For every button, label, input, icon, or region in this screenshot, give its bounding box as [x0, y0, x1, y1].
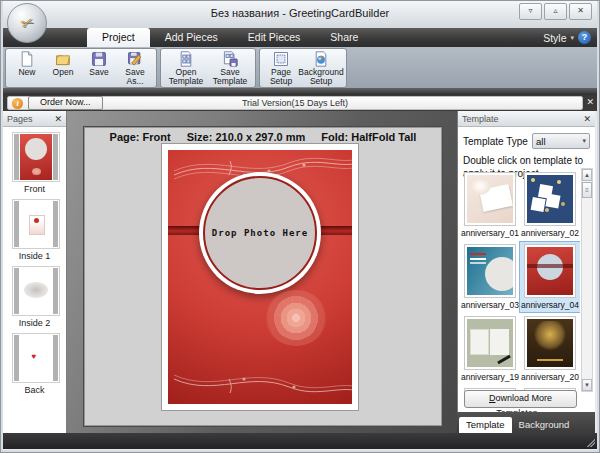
trial-bar: i Order Now... Trial Version(15 Days Lef… — [3, 95, 597, 111]
template-scrollbar[interactable]: ▲ ≡ ▼ — [581, 168, 593, 392]
tab-template[interactable]: Template — [459, 417, 512, 433]
template-thumbnail-art — [527, 319, 573, 367]
help-button[interactable]: ? — [578, 31, 591, 44]
template-grid: anniversary_01 anniversary_02 anniversar… — [460, 168, 580, 392]
scissors-icon: ✂ — [18, 12, 36, 33]
pages-panel-title: Pages — [7, 114, 33, 124]
save-template-icon — [221, 51, 239, 67]
template-thumbnail-art — [527, 247, 573, 295]
page-thumb-inside-2[interactable]: Inside 2 — [12, 266, 58, 328]
template-item-anniversary-04[interactable]: anniversary_04 — [520, 242, 580, 312]
template-panel: Template ✕ Template Type all ▾ Double cl… — [457, 111, 595, 412]
page-setup-icon — [272, 51, 290, 67]
download-more-templates-button[interactable]: Download More Templates... — [464, 390, 577, 408]
template-item-anniversary-02[interactable]: anniversary_02 — [520, 170, 580, 240]
chevron-down-icon: ▾ — [582, 137, 586, 145]
card-preview[interactable]: Drop Photo Here — [161, 143, 359, 411]
chevron-down-icon: ▾ — [570, 34, 574, 42]
template-type-dropdown[interactable]: all ▾ — [532, 133, 590, 149]
template-item-anniversary-03[interactable]: anniversary_03 — [460, 242, 520, 312]
template-thumbnail-art — [467, 319, 513, 367]
minimize-button[interactable]: ▿ — [519, 3, 542, 20]
template-panel-title: Template — [462, 114, 499, 124]
page-thumb-inside-1[interactable]: Inside 1 — [12, 199, 58, 261]
open-template-icon — [177, 51, 195, 67]
photo-placeholder[interactable]: Drop Photo Here — [199, 172, 321, 294]
tab-project[interactable]: Project — [87, 28, 150, 47]
ribbon-toolbar: New Open Save Save As... File — [3, 47, 597, 88]
heart-icon: ♥ — [32, 352, 37, 361]
ribbon-tab-bar: Project Add Pieces Edit Pieces Share Sty… — [3, 28, 597, 47]
inside2-thumbnail-art — [20, 268, 52, 314]
style-dropdown[interactable]: Style — [543, 32, 566, 44]
background-setup-button[interactable]: Background Setup — [299, 50, 343, 87]
pages-panel-close-icon[interactable]: ✕ — [54, 114, 62, 124]
open-button[interactable]: Open — [45, 50, 81, 78]
open-folder-icon — [54, 51, 72, 67]
save-icon — [90, 51, 108, 67]
template-panel-close-icon[interactable]: ✕ — [583, 114, 591, 124]
panel-tab-bar: Template Background — [457, 412, 595, 433]
design-canvas: Page: FrontSize: 210.0 x 297.0 mmFold: H… — [67, 111, 457, 433]
template-thumbnail-art — [527, 175, 573, 223]
page-info-size: Size: 210.0 x 297.0 mm — [187, 131, 306, 143]
background-setup-icon — [312, 51, 330, 67]
new-button[interactable]: New — [9, 50, 45, 78]
page-setup-button[interactable]: Page Setup — [263, 50, 299, 87]
rose-decoration — [264, 290, 328, 346]
template-thumbnail-art — [467, 247, 513, 295]
close-button[interactable]: ✕ — [569, 3, 592, 20]
window-title: Без названия - GreetingCardBuilder — [3, 7, 597, 19]
save-button[interactable]: Save — [81, 50, 117, 78]
music-notes-decoration — [174, 367, 352, 401]
scrollbar-thumb[interactable]: ≡ — [582, 182, 592, 198]
save-as-icon — [126, 51, 144, 67]
app-window: Без названия - GreetingCardBuilder ▿ ▵ ✕… — [0, 0, 600, 453]
ribbon-group-template: Open Template Save Template Template — [160, 48, 256, 88]
page-info-fold: Fold: HalfFold Tall — [321, 131, 416, 143]
save-template-button[interactable]: Save Template — [208, 50, 252, 87]
back-thumbnail-art: ♥ — [20, 335, 52, 381]
template-thumbnail-art — [467, 175, 513, 223]
ribbon-shadow-strip — [3, 88, 597, 95]
page-info-page: Page: Front — [110, 131, 171, 143]
scroll-up-icon[interactable]: ▲ — [582, 169, 592, 181]
drop-photo-text: Drop Photo Here — [212, 228, 308, 238]
maximize-button[interactable]: ▵ — [544, 3, 567, 20]
page-thumb-front[interactable]: Front — [12, 132, 58, 194]
resize-grip[interactable] — [586, 438, 595, 447]
template-type-label: Template Type — [463, 136, 528, 147]
page-work-area: Page: FrontSize: 210.0 x 297.0 mmFold: H… — [84, 127, 442, 426]
page-info: Page: FrontSize: 210.0 x 297.0 mmFold: H… — [85, 131, 441, 143]
app-logo[interactable]: ✂ — [7, 3, 47, 43]
tab-add-pieces[interactable]: Add Pieces — [150, 28, 233, 47]
order-now-button[interactable]: Order Now... — [28, 96, 103, 110]
template-item-anniversary-19[interactable]: anniversary_19 — [460, 314, 520, 384]
status-bar — [3, 433, 597, 449]
tab-edit-pieces[interactable]: Edit Pieces — [233, 28, 316, 47]
template-item-anniversary-20[interactable]: anniversary_20 — [520, 314, 580, 384]
open-template-button[interactable]: Open Template — [164, 50, 208, 87]
scroll-down-icon[interactable]: ▼ — [582, 379, 592, 391]
front-thumbnail-art — [20, 134, 52, 180]
card-front-design: Drop Photo Here — [168, 150, 352, 404]
title-bar: Без названия - GreetingCardBuilder ▿ ▵ ✕ — [3, 1, 597, 28]
inside1-thumbnail-art — [20, 201, 52, 247]
ribbon-group-setup: Page Setup Background Setup Setup — [259, 48, 347, 88]
pages-panel: Pages ✕ Front Inside 1 Inside 2 ♥ Back — [3, 111, 67, 433]
save-as-button[interactable]: Save As... — [117, 50, 153, 87]
info-icon: i — [12, 98, 23, 109]
tab-background[interactable]: Background — [512, 417, 577, 433]
template-item-anniversary-01[interactable]: anniversary_01 — [460, 170, 520, 240]
trial-close-icon[interactable]: ✕ — [586, 97, 594, 107]
page-thumb-back[interactable]: ♥ Back — [12, 333, 58, 395]
new-document-icon — [18, 51, 36, 67]
tab-share[interactable]: Share — [315, 28, 373, 47]
ribbon-group-file: New Open Save Save As... File — [5, 48, 157, 88]
